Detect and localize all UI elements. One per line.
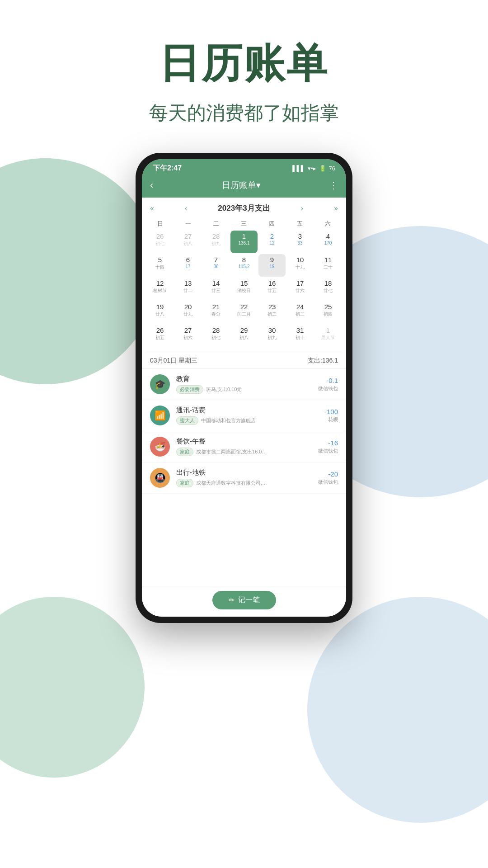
transaction-tag: 家庭 xyxy=(176,479,193,487)
calendar-day[interactable]: 26初五 xyxy=(146,325,174,347)
transaction-pay-method: 花呗 xyxy=(324,416,338,423)
calendar-day[interactable]: 24初三 xyxy=(286,301,314,324)
calendar-day[interactable]: 28初七 xyxy=(202,325,230,347)
day-lunar: 廿八 xyxy=(155,311,164,317)
calendar-day[interactable]: 11二十 xyxy=(314,254,342,277)
page-title: 日历账单 xyxy=(0,36,488,91)
signal-icon: ▌▌▌ xyxy=(292,165,305,172)
day-lunar: 二十 xyxy=(324,264,333,270)
calendar-day[interactable]: 28初九 xyxy=(202,231,230,253)
transaction-icon: 🍜 xyxy=(150,437,170,457)
calendar-day[interactable]: 23初二 xyxy=(258,301,286,324)
transaction-icon: 📶 xyxy=(150,406,170,425)
transaction-sub: 家庭成都天府通数字科技有限公司,支... xyxy=(176,479,312,487)
battery-level: 76 xyxy=(329,165,335,172)
transaction-amount-wrap: -16微信钱包 xyxy=(318,439,338,454)
day-lunar: 初二 xyxy=(267,311,277,317)
transaction-info: 餐饮-午餐家庭成都市挑二两燃面馆,支出16.00元 xyxy=(176,437,312,456)
calendar-day[interactable]: 8115.2 xyxy=(230,254,258,277)
day-lunar: 廿七 xyxy=(324,288,333,294)
day-number: 2 xyxy=(270,232,274,240)
day-lunar: 170 xyxy=(324,241,332,245)
day-number: 11 xyxy=(324,256,332,264)
status-time: 下午2:47 xyxy=(153,164,182,173)
day-lunar: 19 xyxy=(269,264,274,269)
transaction-amount-wrap: -20微信钱包 xyxy=(318,470,338,486)
transaction-amount: -16 xyxy=(318,439,338,447)
transaction-item[interactable]: 📶通讯-话费蜜大人中国移动和包官方旗舰店-100花呗 xyxy=(142,400,346,431)
day-lunar: 十四 xyxy=(155,264,164,270)
transaction-item[interactable]: 🚇出行-地铁家庭成都天府通数字科技有限公司,支...-20微信钱包 xyxy=(142,462,346,494)
transaction-desc: 斑马,支出0.10元 xyxy=(206,386,242,393)
calendar-day[interactable]: 736 xyxy=(202,254,230,277)
calendar-day[interactable]: 17廿六 xyxy=(286,278,314,300)
day-lunar: 初七 xyxy=(211,335,221,341)
calendar-weekdays: 日 一 二 三 四 五 六 xyxy=(142,217,346,231)
day-number: 20 xyxy=(184,303,192,311)
transaction-desc: 成都市挑二两燃面馆,支出16.00元 xyxy=(196,448,268,455)
status-bar: 下午2:47 ▌▌▌ ▾•▸ 🔋 76 xyxy=(142,159,346,176)
calendar-day[interactable]: 19廿八 xyxy=(146,301,174,324)
transaction-sub: 必要消费斑马,支出0.10元 xyxy=(176,385,312,394)
battery-icon: 🔋 xyxy=(319,165,326,172)
calendar-day[interactable]: 20廿九 xyxy=(174,301,202,324)
day-number: 28 xyxy=(212,232,220,240)
calendar-day[interactable]: 12植树节 xyxy=(146,278,174,300)
calendar-day[interactable]: 5十四 xyxy=(146,254,174,277)
day-number: 14 xyxy=(212,279,220,287)
bottom-bar: ✏ 记一笔 xyxy=(142,586,346,617)
day-number: 29 xyxy=(240,326,248,334)
calendar-day[interactable]: 1136.1 xyxy=(230,231,258,253)
calendar-day[interactable]: 1愚人节 xyxy=(314,325,342,347)
calendar-day[interactable]: 13廿二 xyxy=(174,278,202,300)
nav-prev-month[interactable]: ‹ xyxy=(185,204,187,212)
calendar-day[interactable]: 14廿三 xyxy=(202,278,230,300)
transaction-pay-method: 微信钱包 xyxy=(318,448,338,454)
calendar-day[interactable]: 333 xyxy=(286,231,314,253)
transaction-desc: 成都天府通数字科技有限公司,支... xyxy=(196,480,268,486)
transaction-item[interactable]: 🍜餐饮-午餐家庭成都市挑二两燃面馆,支出16.00元-16微信钱包 xyxy=(142,431,346,462)
day-lunar: 初三 xyxy=(296,311,305,317)
record-button[interactable]: ✏ 记一笔 xyxy=(212,591,276,609)
day-lunar: 17 xyxy=(185,264,190,269)
transaction-title: 通讯-话费 xyxy=(176,406,318,415)
calendar-day[interactable]: 25初四 xyxy=(314,301,342,324)
calendar-day[interactable]: 31初十 xyxy=(286,325,314,347)
day-number: 8 xyxy=(242,256,246,264)
day-number: 21 xyxy=(212,303,220,311)
day-number: 10 xyxy=(296,256,304,264)
calendar-day[interactable]: 617 xyxy=(174,254,202,277)
day-number: 7 xyxy=(214,256,218,264)
day-lunar: 消校日 xyxy=(237,288,251,294)
transaction-info: 出行-地铁家庭成都天府通数字科技有限公司,支... xyxy=(176,468,312,487)
day-number: 15 xyxy=(240,279,248,287)
calendar-day[interactable]: 10十九 xyxy=(286,254,314,277)
back-button[interactable]: ‹ xyxy=(150,179,153,191)
calendar-day[interactable]: 919 xyxy=(258,254,286,277)
calendar-day[interactable]: 15消校日 xyxy=(230,278,258,300)
calendar-day[interactable]: 27初六 xyxy=(174,325,202,347)
phone-screen: 下午2:47 ▌▌▌ ▾•▸ 🔋 76 ‹ 日历账单▾ ⋮ « ‹ xyxy=(142,159,346,617)
more-button[interactable]: ⋮ xyxy=(329,180,338,191)
calendar-day[interactable]: 21春分 xyxy=(202,301,230,324)
day-lunar: 闰二月 xyxy=(237,311,251,317)
day-lunar: 33 xyxy=(297,241,302,245)
calendar-day[interactable]: 4170 xyxy=(314,231,342,253)
transaction-desc: 中国移动和包官方旗舰店 xyxy=(201,417,256,424)
weekday-wed: 三 xyxy=(230,217,258,231)
calendar-day[interactable]: 18廿七 xyxy=(314,278,342,300)
calendar-day[interactable]: 26初七 xyxy=(146,231,174,253)
calendar-day[interactable]: 30初九 xyxy=(258,325,286,347)
calendar-day[interactable]: 22闰二月 xyxy=(230,301,258,324)
nav-prev-year[interactable]: « xyxy=(150,204,154,212)
day-number: 22 xyxy=(240,303,248,311)
nav-next-month[interactable]: › xyxy=(301,204,303,212)
calendar-day[interactable]: 212 xyxy=(258,231,286,253)
calendar-day[interactable]: 16廿五 xyxy=(258,278,286,300)
day-number: 18 xyxy=(324,279,332,287)
calendar-day[interactable]: 29初八 xyxy=(230,325,258,347)
nav-next-year[interactable]: » xyxy=(334,204,338,212)
phone-mockup: 下午2:47 ▌▌▌ ▾•▸ 🔋 76 ‹ 日历账单▾ ⋮ « ‹ xyxy=(0,153,488,623)
calendar-day[interactable]: 27初八 xyxy=(174,231,202,253)
transaction-item[interactable]: 🎓教育必要消费斑马,支出0.10元-0.1微信钱包 xyxy=(142,369,346,400)
